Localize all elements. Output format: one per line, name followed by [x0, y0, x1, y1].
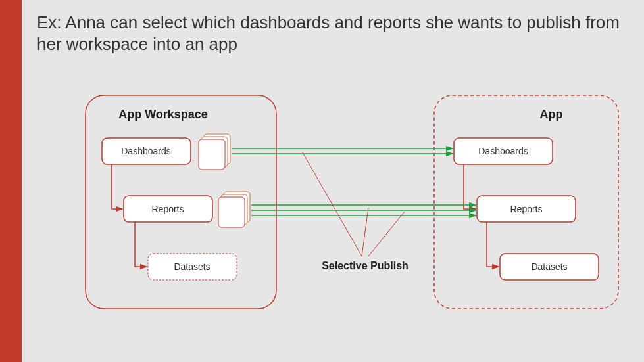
workspace-reports-label: Reports — [151, 204, 184, 214]
app-edge-reports-to-datasets — [487, 222, 499, 267]
app-heading: App — [540, 108, 563, 121]
app-dashboards-label: Dashboards — [478, 146, 528, 156]
svg-rect-2 — [199, 139, 225, 170]
ws-edge-dash-to-reports — [112, 164, 122, 209]
svg-rect-5 — [218, 197, 245, 227]
workspace-heading: App Workspace — [118, 108, 208, 121]
selective-publish-label: Selective Publish — [322, 260, 409, 271]
workspace-dashboards-label: Dashboards — [121, 146, 171, 156]
reports-stack-icon — [218, 192, 250, 227]
callout-line-1 — [303, 152, 362, 256]
app-reports-label: Reports — [510, 204, 542, 214]
app-edge-dash-to-reports — [464, 164, 476, 209]
dashboards-stack-icon — [199, 134, 230, 170]
workspace-datasets-label: Datasets — [174, 261, 210, 272]
diagram-canvas: App Workspace Dashboards Reports Dataset… — [0, 0, 644, 362]
callout-line-3 — [368, 212, 405, 256]
ws-edge-reports-to-datasets — [135, 222, 147, 267]
app-datasets-label: Datasets — [531, 261, 567, 272]
callout-line-2 — [362, 208, 368, 256]
